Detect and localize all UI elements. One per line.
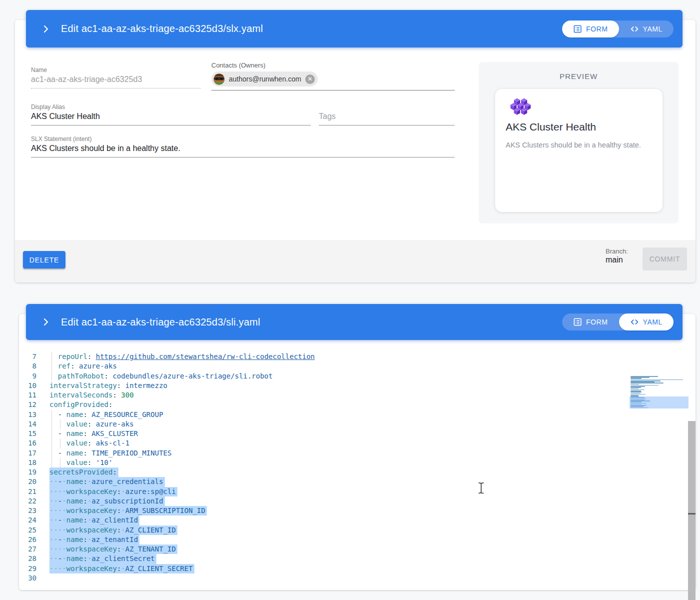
code-text: value: azure-aks xyxy=(49,420,134,429)
scrollbar-cursor-marker xyxy=(688,513,696,514)
editor-line[interactable]: 17 - name: TIME_PERIOD_MINUTES xyxy=(19,448,696,458)
slx-edit-card: Name Contacts (Owners) xyxy=(15,20,696,282)
code-text: value: '10' xyxy=(49,458,112,468)
form-list-icon xyxy=(573,24,582,34)
slx-yaml-tab[interactable]: YAML xyxy=(619,20,674,38)
editor-line[interactable]: 15 - name: AKS_CLUSTER xyxy=(19,429,696,439)
statement-input[interactable] xyxy=(31,144,455,158)
line-number: 29 xyxy=(19,564,36,574)
form-tab-label: FORM xyxy=(586,25,608,33)
editor-line[interactable]: 30 xyxy=(19,574,696,584)
editor-line[interactable]: 7 repoUrl: https://github.com/stewartshe… xyxy=(19,352,696,362)
yaml-code-editor[interactable]: 7 repoUrl: https://github.com/stewartshe… xyxy=(19,340,696,590)
editor-line[interactable]: 21····workspaceKey:·azure:sp@cli xyxy=(19,487,696,497)
line-number: 28 xyxy=(19,554,36,564)
contacts-field[interactable]: authors@runwhen.com ✕ xyxy=(211,70,455,90)
editor-line[interactable]: 12configProvided: xyxy=(19,400,696,410)
code-text: ··-·name:·az_clientId xyxy=(49,516,139,525)
line-number: 21 xyxy=(19,487,36,496)
name-input xyxy=(31,75,201,88)
preview-panel: PREVIEW xyxy=(479,62,679,224)
sli-view-toggle: FORM YAML xyxy=(562,314,674,330)
code-text: ref: azure-aks xyxy=(49,362,117,371)
code-text: intervalStrategy: intermezzo xyxy=(49,381,167,390)
slx-panel-header: Edit ac1-aa-az-aks-triage-ac6325d3/slx.y… xyxy=(26,10,683,48)
line-number: 15 xyxy=(19,429,36,438)
editor-line[interactable]: 28··-·name:·az_clientSecret xyxy=(19,554,696,564)
line-number: 26 xyxy=(19,535,36,544)
branch-label: Branch: xyxy=(606,248,628,255)
collapse-chevron-icon[interactable] xyxy=(41,24,51,34)
editor-line[interactable]: 14 value: azure-aks xyxy=(19,420,696,430)
remove-contact-icon[interactable]: ✕ xyxy=(305,74,315,84)
form-tab-label: FORM xyxy=(586,318,608,326)
editor-line[interactable]: 10intervalStrategy: intermezzo xyxy=(19,381,696,391)
minimap-line xyxy=(631,378,642,379)
preview-card-description: AKS Clusters should be in a healthy stat… xyxy=(506,140,654,150)
contact-email: authors@runwhen.com xyxy=(229,75,301,83)
slx-view-toggle: FORM YAML xyxy=(562,20,674,38)
collapse-chevron-icon[interactable] xyxy=(41,317,51,327)
editor-line[interactable]: 13 - name: AZ_RESOURCE_GROUP xyxy=(19,410,696,420)
line-number: 23 xyxy=(19,506,36,516)
line-number: 9 xyxy=(19,372,36,381)
editor-line[interactable]: 9 pathToRobot: codebundles/azure-aks-tri… xyxy=(19,372,696,382)
line-number: 16 xyxy=(19,438,36,448)
editor-scrollbar-thumb[interactable] xyxy=(688,421,696,600)
minimap-line xyxy=(631,382,664,384)
editor-line[interactable]: 25····workspaceKey:·AZ_CLIENT_ID xyxy=(19,526,696,536)
line-number: 22 xyxy=(19,496,36,506)
editor-line[interactable]: 11intervalSeconds: 300 xyxy=(19,390,696,400)
code-text: ··-·name:·az_tenantId xyxy=(49,535,139,544)
editor-line[interactable]: 29····workspaceKey:·AZ_CLIENT_SECRET xyxy=(19,564,696,574)
code-text: - name: AZ_RESOURCE_GROUP xyxy=(49,410,163,420)
code-text: ··-·name:·azure_credentials xyxy=(49,477,165,486)
editor-line[interactable]: 8 ref: azure-aks xyxy=(19,362,696,372)
code-text: ····workspaceKey:·AZ_CLIENT_ID xyxy=(49,526,177,535)
line-number: 8 xyxy=(19,362,36,371)
code-text: - name: TIME_PERIOD_MINUTES xyxy=(49,448,171,458)
minimap-line xyxy=(631,393,641,394)
tags-input[interactable] xyxy=(319,112,455,126)
editor-line[interactable]: 23····workspaceKey:·ARM_SUBSCRIPTION_ID xyxy=(19,506,696,516)
line-number: 30 xyxy=(19,574,36,583)
code-text: ··-·name:·az_subscriptionId xyxy=(49,496,165,506)
editor-line[interactable]: 18 value: '10' xyxy=(19,458,696,468)
code-text: ··-·name:·az_clientSecret xyxy=(49,554,156,564)
sli-form-tab[interactable]: FORM xyxy=(562,314,619,330)
form-list-icon xyxy=(573,318,582,326)
contact-avatar xyxy=(213,74,225,85)
contacts-label: Contacts (Owners) xyxy=(211,62,265,69)
editor-minimap[interactable] xyxy=(631,376,687,410)
sli-panel-header: Edit ac1-aa-az-aks-triage-ac6325d3/sli.y… xyxy=(26,304,683,340)
line-number: 14 xyxy=(19,420,36,429)
delete-button[interactable]: DELETE xyxy=(23,251,65,268)
name-label: Name xyxy=(31,66,47,74)
editor-line[interactable]: 19secretsProvided: xyxy=(19,468,696,478)
editor-line[interactable]: 24··-·name:·az_clientId xyxy=(19,516,696,526)
line-number: 19 xyxy=(19,468,36,477)
line-number: 27 xyxy=(19,544,36,554)
aks-cluster-icon xyxy=(509,97,531,119)
line-number: 18 xyxy=(19,458,36,468)
line-number: 20 xyxy=(19,477,36,486)
slx-card-footer: DELETE Branch: main COMMIT xyxy=(15,240,696,282)
editor-line[interactable]: 27····workspaceKey:·AZ_TENANT_ID xyxy=(19,544,696,554)
editor-line[interactable]: 26··-·name:·az_tenantId xyxy=(19,535,696,545)
workspace-editor-page: Name Contacts (Owners) xyxy=(0,0,700,600)
editor-line[interactable]: 22··-·name:·az_subscriptionId xyxy=(19,496,696,506)
sli-panel-title: Edit ac1-aa-az-aks-triage-ac6325d3/sli.y… xyxy=(61,316,260,328)
editor-line[interactable]: 16 value: aks-cl-1 xyxy=(19,438,696,448)
code-text: pathToRobot: codebundles/azure-aks-triag… xyxy=(49,372,273,381)
preview-card-title: AKS Cluster Health xyxy=(506,121,596,133)
code-brackets-icon xyxy=(630,318,639,326)
yaml-tab-label: YAML xyxy=(643,25,663,33)
contact-chip[interactable]: authors@runwhen.com ✕ xyxy=(211,72,318,86)
code-text: configProvided: xyxy=(49,400,112,410)
editor-line[interactable]: 20··-·name:·azure_credentials xyxy=(19,477,696,487)
slx-form-tab[interactable]: FORM xyxy=(562,20,619,38)
sli-yaml-tab[interactable]: YAML xyxy=(619,314,674,330)
minimap-line xyxy=(631,384,639,385)
display-alias-input[interactable] xyxy=(31,112,311,126)
commit-button[interactable]: COMMIT xyxy=(643,248,687,270)
